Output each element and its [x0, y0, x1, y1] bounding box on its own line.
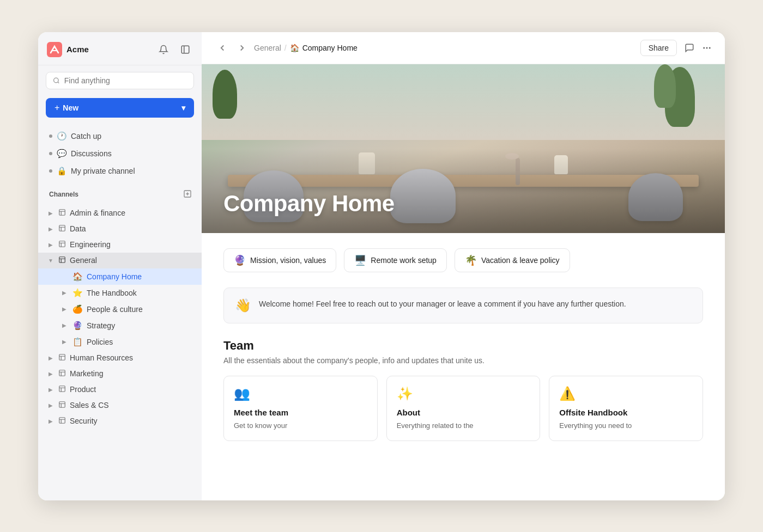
- channel-general[interactable]: ▼ General: [38, 253, 202, 268]
- channel-doc-icon: [58, 224, 66, 234]
- channel-doc-icon: [58, 353, 66, 363]
- notification-button[interactable]: [156, 42, 171, 57]
- sidebar-item-private[interactable]: 🔒 My private channel: [38, 162, 202, 180]
- mission-icon: 🔮: [234, 254, 246, 266]
- channels-header: Channels: [38, 182, 202, 203]
- channel-human-resources[interactable]: ▶ Human Resources: [38, 350, 202, 366]
- channel-sales-cs[interactable]: ▶ Sales & CS: [38, 398, 202, 413]
- new-button-label: New: [63, 103, 78, 112]
- dot-icon: [49, 152, 52, 155]
- vacation-icon: 🌴: [465, 254, 477, 266]
- policies-emoji-icon: 📋: [72, 337, 83, 347]
- add-channel-icon[interactable]: [183, 189, 192, 200]
- search-input[interactable]: [64, 76, 187, 85]
- meet-team-icon: 👥: [234, 386, 367, 401]
- share-button[interactable]: Share: [640, 40, 677, 56]
- offsite-icon: ⚠️: [559, 386, 693, 401]
- quick-link-vacation[interactable]: 🌴 Vacation & leave policy: [455, 248, 570, 272]
- sidebar-item-discussions[interactable]: 💬 Discussions: [38, 145, 202, 162]
- svg-rect-4: [59, 209, 65, 215]
- sub-chevron-icon: ▶: [62, 306, 69, 312]
- more-options-button[interactable]: [702, 43, 712, 53]
- team-card-title: Meet the team: [234, 408, 367, 417]
- wave-icon: 👋: [235, 298, 251, 313]
- nav-section: 🕐 Catch up 💬 Discussions 🔒 My private ch…: [38, 125, 202, 182]
- chevron-right-icon: ▶: [47, 417, 55, 425]
- collapse-sidebar-button[interactable]: [178, 42, 193, 57]
- channel-product[interactable]: ▶ Product: [38, 382, 202, 398]
- chevron-right-icon: ▶: [47, 241, 55, 248]
- team-card-about[interactable]: ✨ About Everything related to the: [386, 376, 541, 442]
- new-button[interactable]: + New ▾: [46, 98, 194, 118]
- main-content: General / 🏠 Company Home Share: [202, 32, 725, 500]
- svg-rect-0: [47, 42, 62, 57]
- sub-chevron-icon: ▶: [62, 339, 69, 345]
- svg-rect-9: [59, 370, 65, 376]
- sub-item-label: People & culture: [87, 305, 143, 314]
- svg-rect-10: [59, 386, 65, 392]
- team-card-title: Offsite Handbook: [559, 408, 693, 417]
- team-card-desc: Get to know your: [234, 420, 367, 431]
- sidebar-item-strategy[interactable]: ▶ 🔮 Strategy: [38, 317, 202, 334]
- channel-marketing[interactable]: ▶ Marketing: [38, 366, 202, 382]
- sidebar: Acme: [38, 32, 202, 500]
- nav-item-label: My private channel: [71, 167, 135, 175]
- welcome-banner: 👋 Welcome home! Feel free to reach out t…: [223, 288, 703, 323]
- brand: Acme: [47, 42, 89, 57]
- plus-icon: +: [55, 103, 59, 113]
- sidebar-item-company-home[interactable]: 🏠 Company Home: [38, 268, 202, 285]
- sub-item-label: Strategy: [87, 321, 115, 330]
- svg-rect-11: [59, 401, 65, 407]
- sidebar-item-people-culture[interactable]: ▶ 🍊 People & culture: [38, 301, 202, 317]
- app-window: Acme: [38, 32, 725, 500]
- svg-rect-12: [59, 417, 65, 423]
- team-title: Team: [223, 339, 703, 353]
- topbar-left: General / 🏠 Company Home: [215, 40, 358, 56]
- back-button[interactable]: [215, 40, 230, 56]
- channel-engineering[interactable]: ▶ Engineering: [38, 237, 202, 253]
- svg-rect-5: [59, 225, 65, 231]
- channel-admin-finance[interactable]: ▶ Admin & finance: [38, 205, 202, 221]
- channel-doc-icon: [58, 209, 66, 218]
- chevron-right-icon: ▶: [47, 209, 55, 217]
- strategy-emoji-icon: 🔮: [72, 321, 83, 331]
- chevron-right-icon: ▶: [47, 225, 55, 233]
- team-card-desc: Everything you need to: [559, 420, 693, 431]
- sidebar-item-policies[interactable]: ▶ 📋 Policies: [38, 334, 202, 350]
- channel-name: General: [70, 256, 97, 265]
- forward-button[interactable]: [234, 40, 250, 56]
- svg-rect-8: [59, 354, 65, 360]
- channel-name: Product: [70, 385, 96, 394]
- sub-chevron-icon: ▶: [62, 290, 69, 296]
- channel-data[interactable]: ▶ Data: [38, 221, 202, 237]
- about-icon: ✨: [397, 386, 530, 401]
- quick-link-mission[interactable]: 🔮 Mission, vision, values: [223, 248, 336, 272]
- search-box[interactable]: [46, 72, 194, 89]
- sidebar-item-catch-up[interactable]: 🕐 Catch up: [38, 127, 202, 145]
- quick-link-remote[interactable]: 🖥️ Remote work setup: [344, 248, 447, 272]
- channel-doc-icon: [58, 401, 66, 410]
- sub-chevron-icon: ▶: [62, 322, 69, 328]
- chevron-right-icon: ▶: [47, 386, 55, 393]
- remote-icon: 🖥️: [354, 254, 366, 266]
- channel-doc-icon: [58, 240, 66, 249]
- discussions-icon: 💬: [57, 149, 66, 158]
- sub-item-label: The Handbook: [87, 289, 137, 297]
- breadcrumb-parent[interactable]: General: [254, 44, 281, 52]
- comment-button[interactable]: [685, 43, 694, 53]
- channel-security[interactable]: ▶ Security: [38, 413, 202, 429]
- dropdown-arrow-icon: ▾: [181, 103, 185, 112]
- svg-point-13: [704, 47, 705, 48]
- topbar: General / 🏠 Company Home Share: [202, 32, 725, 64]
- people-emoji-icon: 🍊: [72, 304, 83, 314]
- clock-icon: 🕐: [57, 131, 66, 141]
- channel-name: Data: [70, 224, 86, 233]
- team-card-meet-team[interactable]: 👥 Meet the team Get to know your: [223, 376, 378, 442]
- sidebar-item-the-handbook[interactable]: ▶ ⭐ The Handbook: [38, 285, 202, 301]
- team-card-offsite[interactable]: ⚠️ Offsite Handbook Everything you need …: [549, 376, 703, 442]
- chevron-right-icon: ▶: [47, 354, 55, 362]
- dot-icon: [49, 134, 52, 138]
- channel-doc-icon: [58, 385, 66, 394]
- chevron-down-icon: ▼: [47, 256, 55, 264]
- quick-link-label: Vacation & leave policy: [481, 256, 560, 265]
